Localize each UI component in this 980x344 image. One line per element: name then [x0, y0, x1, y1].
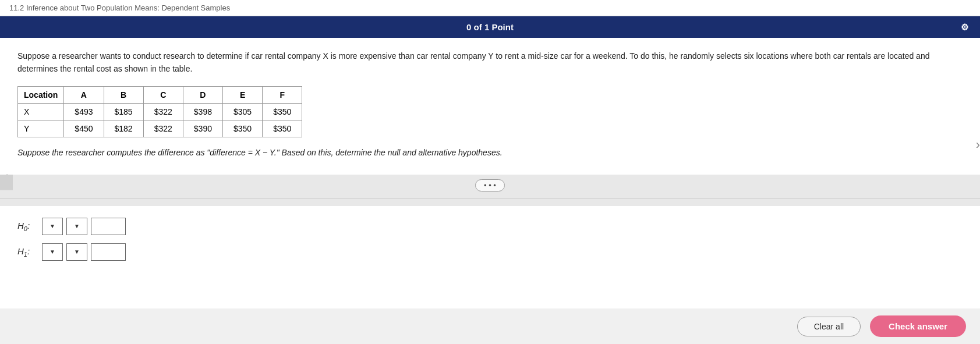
right-arrow: ›	[976, 137, 980, 153]
col-d: D	[183, 86, 222, 103]
score-badge: 0 of 1 Point	[466, 22, 514, 32]
h1-input[interactable]	[91, 243, 126, 261]
cell-r0-c1: $493	[64, 103, 104, 120]
h1-dropdown2[interactable]: ▼	[66, 243, 87, 261]
check-answer-button[interactable]: Check answer	[870, 315, 966, 337]
breadcrumb: 11.2 Inference about Two Population Mean…	[0, 0, 980, 16]
cell-r0-c0: X	[18, 103, 64, 120]
col-f: F	[263, 86, 302, 103]
cell-r0-c5: $305	[222, 103, 262, 120]
hypothesis-section: H0: ▼ ▼ H1: ▼ ▼	[0, 206, 980, 315]
cell-r0-c4: $398	[183, 103, 222, 120]
cell-r1-c0: Y	[18, 120, 64, 137]
col-a: A	[64, 86, 104, 103]
divider	[0, 198, 980, 199]
col-b: B	[104, 86, 143, 103]
bottom-bar: Clear all Check answer	[0, 308, 980, 344]
page-container: 11.2 Inference about Two Population Mean…	[0, 0, 980, 344]
header-bar: 0 of 1 Point ⚙	[0, 16, 980, 38]
h1-dropdown1[interactable]: ▼	[42, 243, 63, 261]
data-table: Location A B C D E F X$493$185$322$398$3…	[17, 86, 302, 137]
cell-r1-c2: $182	[104, 120, 143, 137]
h0-dropdown2[interactable]: ▼	[66, 218, 87, 235]
more-button[interactable]: • • •	[475, 179, 505, 191]
h1-row: H1: ▼ ▼	[17, 243, 963, 261]
settings-icon[interactable]: ⚙	[961, 22, 968, 33]
h0-dropdown1[interactable]: ▼	[42, 218, 63, 235]
cell-r1-c6: $350	[263, 120, 302, 137]
table-row: X$493$185$322$398$305$350	[18, 103, 302, 120]
follow-up-text: Suppose the researcher computes the diff…	[17, 148, 963, 157]
col-location: Location	[18, 86, 64, 103]
cell-r1-c4: $390	[183, 120, 222, 137]
cell-r1-c5: $350	[222, 120, 262, 137]
table-row: Y$450$182$322$390$350$350	[18, 120, 302, 137]
cell-r1-c1: $450	[64, 120, 104, 137]
h0-row: H0: ▼ ▼	[17, 218, 963, 235]
main-content: Suppose a researcher wants to conduct re…	[0, 38, 980, 175]
ellipsis-container: • • •	[0, 179, 980, 191]
cell-r0-c6: $350	[263, 103, 302, 120]
table-header-row: Location A B C D E F	[18, 86, 302, 103]
cell-r1-c3: $322	[143, 120, 183, 137]
h0-input[interactable]	[91, 218, 126, 235]
question-body: Suppose a researcher wants to conduct re…	[17, 49, 963, 76]
clear-all-button[interactable]: Clear all	[797, 317, 861, 336]
cell-r0-c3: $322	[143, 103, 183, 120]
col-e: E	[222, 86, 262, 103]
cell-r0-c2: $185	[104, 103, 143, 120]
h0-label: H0:	[17, 221, 38, 232]
col-c: C	[143, 86, 183, 103]
h1-label: H1:	[17, 246, 38, 258]
breadcrumb-text: 11.2 Inference about Two Population Mean…	[9, 3, 230, 12]
